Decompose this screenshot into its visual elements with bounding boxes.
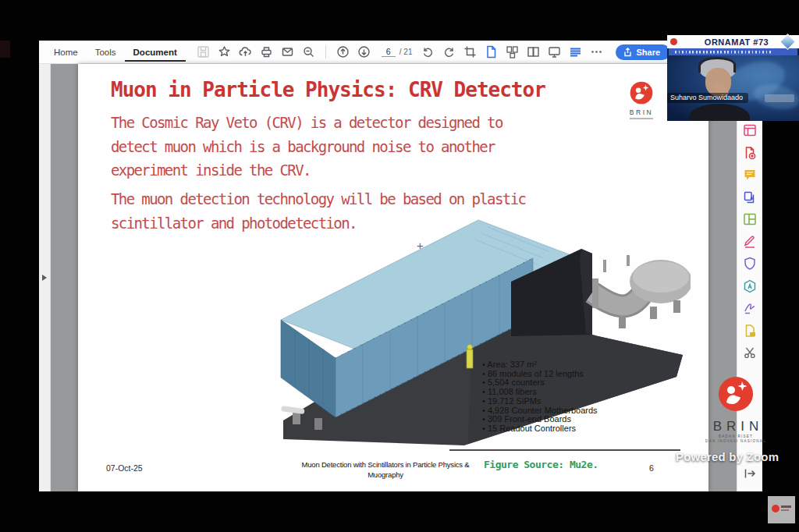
list-item: Area: 337 m² [482,360,598,370]
powered-by-zoom-badge: Powered by Zoom [676,450,779,463]
print-icon[interactable] [260,45,273,59]
expand-panel-arrow-icon[interactable] [42,275,47,281]
undo-icon[interactable] [421,45,435,59]
zoom-shared-screen: Home Tools Document 6 / 21 [0,0,799,532]
brin-logo-icon [718,376,754,412]
pdf-toolbar: Home Tools Document 6 / 21 [39,41,762,64]
combine-files-icon[interactable] [743,212,757,226]
page-margin-left [51,64,78,491]
save-icon[interactable] [197,45,210,59]
single-page-icon[interactable] [485,45,498,59]
page-down-icon[interactable] [357,45,371,59]
page-up-icon[interactable] [336,45,350,59]
slide-title: Muon in Particle Physics: CRV Detector [111,78,545,101]
tab-tools[interactable]: Tools [87,42,125,62]
mini-tile-text [781,505,791,508]
share-icon [623,48,632,57]
star-icon[interactable] [218,45,231,59]
ai-assistant-icon[interactable] [743,279,757,293]
brin-logo-icon [630,81,653,105]
share-button[interactable]: Share [616,44,670,60]
tab-home[interactable]: Home [45,42,87,62]
mini-tile-text [781,509,789,511]
crop-icon[interactable] [463,45,477,59]
sign-icon[interactable] [743,301,757,315]
brin-mini-logo-icon [670,38,677,45]
mouse-cursor-crosshair: + [417,239,424,252]
figure-source-label: Figure Source: Mu2e. [484,459,598,470]
share-button-label: Share [636,48,660,57]
left-panel-rail[interactable] [39,64,51,491]
convert-pdf-icon[interactable] [743,324,757,338]
footer-date: 07-Oct-25 [106,463,143,473]
mini-participant-tile[interactable] [768,496,795,523]
snip-icon[interactable] [743,346,757,360]
export-pdf-icon[interactable] [743,190,757,204]
slide-brin-logo: BRIN [624,81,659,119]
footer-title: Muon Detection with Scintillators in Par… [282,460,488,480]
screen-edge-artifact [0,41,10,58]
pdf-page[interactable]: Muon in Particle Physics: CRV Detector B… [78,64,708,491]
toolbar-divider [325,45,326,59]
participant-name-tag: Suharvo Sumowidaado [667,93,748,104]
participant-video-tile[interactable]: ORNAMAT #73 Suharvo Sumowidaado [667,35,799,121]
list-item: 15 Readout Controllers [482,424,598,434]
webinar-subtitle-strip [669,48,797,55]
more-tools-icon[interactable] [590,45,603,59]
slide-page-number: 6 [649,463,654,473]
cloud-upload-icon[interactable] [239,45,252,59]
video-tile-controls[interactable] [765,94,794,102]
headset-icon [698,57,736,73]
protect-icon[interactable] [743,257,757,271]
organize-pages-icon[interactable] [506,45,519,59]
slide-brin-label: BRIN [624,108,659,116]
presentation-icon[interactable] [548,45,561,59]
participant-video-frame: Suharvo Sumowidaado [667,55,799,122]
line-reading-mode-icon[interactable] [569,45,582,59]
brin-wordmark: BRIN [693,419,779,434]
footer-divider [449,449,680,451]
email-icon[interactable] [281,45,294,59]
brin-watermark: BRIN BADAN RISET DAN INOVASI NASIONAL [693,376,779,444]
pdf-viewer-window: Home Tools Document 6 / 21 [39,41,762,491]
collapse-panel-icon[interactable] [743,466,757,481]
page-indicator: 6 / 21 [382,47,413,57]
slide-brin-subtext [630,118,653,119]
slide-paragraph-1: The Cosmic Ray Veto (CRV) is a detector … [111,111,502,183]
fill-sign-icon[interactable] [743,235,757,249]
detector-spec-list: Area: 337 m² 86 modules of 12 lengths 5,… [482,360,598,434]
webinar-title: ORNAMAT #73 [677,37,796,47]
page-total-label: / 21 [400,48,413,56]
brin-mini-logo-icon [772,505,779,512]
list-item: 19,712 SiPMs [482,397,598,406]
brin-subtitle: DAN INOVASI NASIONAL [693,439,779,444]
document-area: Muon in Particle Physics: CRV Detector B… [39,64,762,491]
comment-icon[interactable] [743,168,757,182]
zoom-search-icon[interactable] [302,45,315,59]
create-pdf-icon[interactable] [743,146,757,160]
page-number-input[interactable]: 6 [382,47,396,57]
page-layout-icon[interactable] [743,123,757,137]
two-page-view-icon[interactable] [527,45,540,59]
tab-document[interactable]: Document [125,42,186,62]
participant-silhouette [689,104,750,122]
redo-icon[interactable] [442,45,456,59]
